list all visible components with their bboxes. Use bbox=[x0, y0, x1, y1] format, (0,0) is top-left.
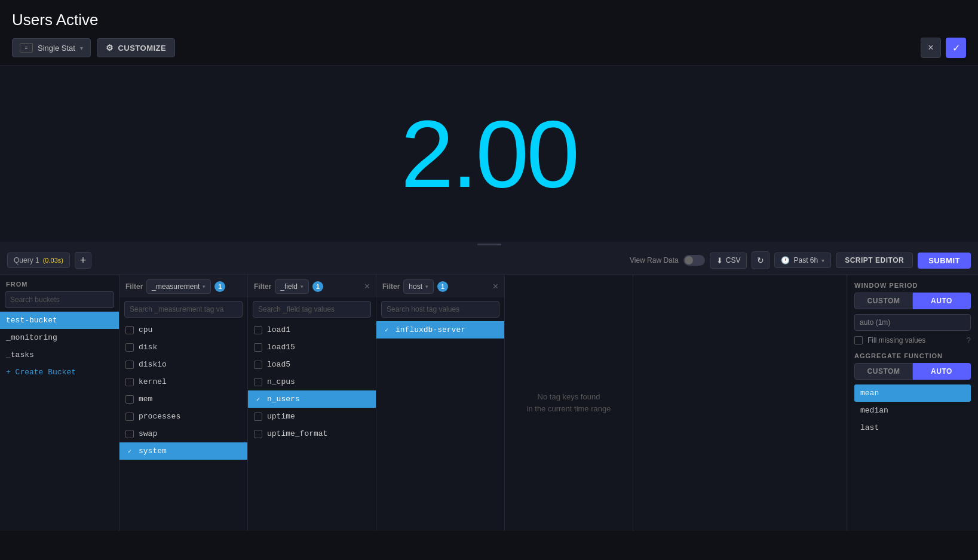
filter-host-dropdown[interactable]: host ▾ bbox=[403, 279, 434, 294]
checkbox-mem bbox=[125, 395, 134, 404]
window-period-toggle-group: CUSTOM AUTO bbox=[854, 293, 971, 309]
filter-host-close-button[interactable]: × bbox=[492, 280, 499, 293]
list-item[interactable]: diskio bbox=[119, 356, 247, 373]
list-item[interactable]: uptime bbox=[248, 408, 376, 425]
filter-measurement-dropdown-label: _measurement bbox=[152, 282, 200, 291]
submit-button[interactable]: SUBMIT bbox=[918, 253, 971, 269]
bucket-search-input[interactable] bbox=[5, 291, 114, 308]
filter-measurement-label: Filter bbox=[125, 282, 143, 291]
agg-auto-button[interactable]: AUTO bbox=[913, 363, 971, 380]
bucket-list: test-bucket_monitoring_tasks+ Create Buc… bbox=[0, 312, 119, 531]
filter-item-label: load1 bbox=[267, 325, 290, 334]
customize-button[interactable]: ⚙ CUSTOMIZE bbox=[97, 38, 175, 57]
list-item[interactable]: ✓ influxdb-server bbox=[376, 321, 504, 339]
list-item[interactable]: load15 bbox=[248, 339, 376, 356]
resize-bar bbox=[477, 244, 501, 245]
visualization-dropdown[interactable]: ≡ Single Stat ▾ bbox=[12, 38, 91, 57]
confirm-button[interactable]: ✓ bbox=[946, 38, 966, 58]
list-item[interactable]: processes bbox=[119, 408, 247, 425]
filter-measurement-dropdown[interactable]: _measurement ▾ bbox=[146, 279, 211, 294]
window-period-custom-button[interactable]: CUSTOM bbox=[854, 293, 913, 309]
single-stat-icon: ≡ bbox=[20, 43, 33, 53]
settings-panel: WINDOW PERIOD CUSTOM AUTO Fill missing v… bbox=[847, 275, 978, 531]
agg-item-label: last bbox=[860, 423, 879, 432]
filter-item-label: load5 bbox=[267, 360, 290, 369]
filter-host-label: Filter bbox=[382, 282, 400, 291]
list-item[interactable]: test-bucket bbox=[0, 312, 119, 329]
checkbox-ncpus bbox=[254, 378, 262, 386]
list-item[interactable]: kernel bbox=[119, 373, 247, 390]
list-item[interactable]: disk bbox=[119, 339, 247, 356]
list-item[interactable]: mean bbox=[854, 384, 971, 402]
help-icon[interactable]: ? bbox=[966, 336, 971, 345]
submit-label: SUBMIT bbox=[928, 256, 960, 265]
visualization-label: Single Stat bbox=[38, 44, 75, 53]
list-item[interactable]: + Create Bucket bbox=[0, 364, 119, 381]
checkbox-swap bbox=[125, 430, 134, 438]
window-period-auto-button[interactable]: AUTO bbox=[913, 293, 971, 309]
filter-item-label: kernel bbox=[139, 377, 167, 386]
filters-area: Filter _measurement ▾ 1 cpu disk bbox=[119, 275, 847, 531]
raw-data-switch[interactable] bbox=[683, 255, 705, 266]
checkbox-load1 bbox=[254, 326, 262, 334]
resize-handle[interactable] bbox=[0, 242, 978, 247]
empty-panel-text: No tag keys foundin the current time ran… bbox=[527, 391, 611, 414]
query-tab-label: Query 1 bbox=[14, 256, 39, 264]
from-panel: FROM test-bucket_monitoring_tasks+ Creat… bbox=[0, 275, 119, 531]
filter-host-list: ✓ influxdb-server bbox=[376, 321, 504, 531]
close-icon: × bbox=[928, 42, 933, 53]
filter-item-label: load15 bbox=[267, 343, 295, 352]
filter-item-label: cpu bbox=[139, 325, 152, 334]
list-item[interactable]: load1 bbox=[248, 321, 376, 339]
add-query-button[interactable]: + bbox=[75, 252, 91, 269]
list-item[interactable]: cpu bbox=[119, 321, 247, 339]
fill-missing-checkbox[interactable] bbox=[854, 336, 863, 344]
agg-auto-label: AUTO bbox=[931, 367, 952, 376]
filter-field-dropdown[interactable]: _field ▾ bbox=[275, 279, 309, 294]
vis-icon-label: ≡ bbox=[25, 45, 28, 51]
clock-icon: 🕐 bbox=[781, 256, 790, 264]
check-icon: ✓ bbox=[256, 396, 260, 403]
list-item[interactable]: ✓ n_users bbox=[248, 390, 376, 408]
chart-area: 2.00 bbox=[0, 66, 978, 242]
filter-item-label: n_users bbox=[267, 395, 300, 404]
auto-period-input[interactable] bbox=[854, 314, 971, 331]
filter-measurement-list: cpu disk diskio kernel mem bbox=[119, 321, 247, 531]
checkbox-uptime-format bbox=[254, 430, 262, 438]
refresh-button[interactable]: ↻ bbox=[752, 251, 769, 269]
filter-field-close-button[interactable]: × bbox=[363, 280, 371, 293]
filter-measurement-chevron-icon: ▾ bbox=[203, 284, 206, 290]
list-item[interactable]: median bbox=[854, 402, 971, 419]
list-item[interactable]: mem bbox=[119, 390, 247, 408]
list-item[interactable]: _monitoring bbox=[0, 329, 119, 346]
list-item[interactable]: load5 bbox=[248, 356, 376, 373]
agg-item-label: median bbox=[860, 406, 888, 415]
script-editor-button[interactable]: SCRIPT EDITOR bbox=[836, 253, 913, 268]
page-title: Users Active bbox=[12, 11, 966, 29]
filter-measurement-count: 1 bbox=[214, 281, 225, 292]
list-item[interactable]: n_cpus bbox=[248, 373, 376, 390]
window-period-label: WINDOW PERIOD bbox=[854, 282, 971, 289]
from-label: FROM bbox=[0, 275, 119, 291]
header-toolbar: ≡ Single Stat ▾ ⚙ CUSTOMIZE × ✓ bbox=[12, 38, 966, 58]
close-button[interactable]: × bbox=[921, 38, 941, 58]
filter-item-label: disk bbox=[139, 343, 157, 352]
list-item[interactable]: last bbox=[854, 419, 971, 436]
query-tab[interactable]: Query 1 (0.03s) bbox=[7, 253, 70, 268]
filter-host-header-left: Filter host ▾ 1 bbox=[382, 279, 448, 294]
time-range-label: Past 6h bbox=[793, 256, 818, 264]
agg-item-label: mean bbox=[860, 389, 879, 398]
list-item[interactable]: uptime_format bbox=[248, 425, 376, 442]
list-item[interactable]: ✓ system bbox=[119, 442, 247, 460]
filter-host-search[interactable] bbox=[381, 301, 499, 318]
list-item[interactable]: swap bbox=[119, 425, 247, 442]
csv-button[interactable]: ⬇ CSV bbox=[710, 253, 747, 269]
agg-custom-button[interactable]: CUSTOM bbox=[854, 363, 913, 380]
time-range-button[interactable]: 🕐 Past 6h ▾ bbox=[774, 253, 831, 268]
stat-value: 2.00 bbox=[401, 106, 577, 202]
filter-field-search[interactable] bbox=[253, 301, 371, 318]
checkbox-load15 bbox=[254, 343, 262, 352]
filter-measurement-search[interactable] bbox=[124, 301, 243, 318]
list-item[interactable]: _tasks bbox=[0, 346, 119, 364]
filter-item-label: system bbox=[139, 447, 167, 456]
